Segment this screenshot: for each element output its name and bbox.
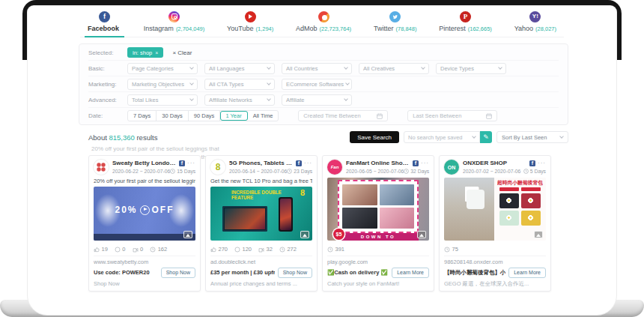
ad-days-active: 23 Days [294,169,312,174]
ad-creative-image[interactable]: 20%OFF [94,187,195,241]
chevron-down-icon [267,97,271,101]
advertiser-name: Sweaty Betty London | Wom... [112,160,177,166]
marketing-filters-row: Marketing: Marketing Objectives All CTA … [88,76,559,92]
filter-chip-in-shop[interactable]: in: shop× [127,47,163,58]
pencil-icon: ✎ [483,133,489,141]
created-time-between-input[interactable]: Created Time Between [298,110,388,121]
like-icon [210,247,216,253]
learn-more-button[interactable]: Learn More [508,268,546,278]
ad-text: Get the new TCL 10 Pro and bag a free TC… [210,178,312,184]
ad-date-range: 2020-06-05 ~ 2020-07-06 [346,169,404,174]
select-all-cta-types[interactable]: All CTA Types [204,79,275,90]
more-options-icon[interactable]: ··· [304,160,312,166]
select-all-creatives[interactable]: All Creatives [359,63,429,74]
chevron-down-icon [344,65,348,70]
tab-instagram[interactable]: Instagram(2,704,049) [136,6,212,37]
ad-results-grid: 20% off your first pair of the sellout l… [88,155,568,292]
more-options-icon[interactable]: ··· [421,160,429,166]
ad-headline: 【時尚小雛菊後背包】小雛菊刺... [444,269,505,277]
ad-creative-image[interactable]: Incredible Double Feature 8 [210,187,312,241]
model-photo [444,178,494,241]
select-ecommerce-softwares[interactable]: ECommerce Softwares [282,79,352,90]
play-icon [140,205,150,215]
save-search-button[interactable]: Save Search [350,131,399,143]
advertiser-avatar: ON [444,160,459,175]
results-count: 815,360 [109,133,134,142]
date-range-segmented: 7 Days 30 Days 90 Days 1 Year All Time [127,110,279,121]
ad-days-active: 15 Days [177,169,195,174]
advertiser-name: ONXDER SHOP [463,160,527,166]
price-badge: $5 [333,229,344,240]
ad-description: GEGO 嚴選，在全球深入合作近... [444,280,546,288]
ad-card-fanmart[interactable]: Fan FanMart Online Shopping - F...f··· 2… [322,155,434,292]
ad-creative-image[interactable]: DOWN TO $5 [327,178,429,241]
chevron-down-icon [344,97,348,101]
select-page-categories[interactable]: Page Categories [127,63,198,74]
shop-now-button[interactable]: Shop Now [161,268,195,278]
selected-filters-row: Selected: in: shop× × Clear [88,45,559,61]
tab-pinterest[interactable]: P Pinterest(162,665) [431,6,499,37]
date-7-days[interactable]: 7 Days [128,111,157,121]
tab-yahoo[interactable]: Y! Yahoo(28,027) [507,6,564,37]
select-all-languages[interactable]: All Languages [204,63,275,74]
ad-domain: 986208148.onxder.com [444,256,546,266]
select-device-types[interactable]: Device Types [436,63,506,74]
chevron-down-icon [267,65,271,70]
ad-text: 20% off your first pair of the sellout l… [94,178,195,184]
more-options-icon[interactable]: ··· [538,160,546,166]
clock-icon [287,169,292,174]
ad-creative-image[interactable]: 超時尚小雛菊後背包 [444,178,546,241]
results-bar: About 815,360 results Save Search No sea… [88,131,568,143]
more-options-icon[interactable]: ··· [187,160,195,166]
clock-icon [523,169,529,174]
chevron-down-icon [189,81,194,85]
learn-more-button[interactable]: Learn More [392,268,429,278]
date-90-days[interactable]: 90 Days [189,111,221,121]
tab-youtube[interactable]: YouTube(1,294) [219,6,281,37]
chip-close-icon[interactable]: × [155,50,158,55]
basic-label: Basic: [88,65,127,72]
date-all-time[interactable]: All Time [248,111,279,121]
clock-icon [150,247,156,253]
pinterest-icon: P [460,11,471,22]
advertiser-avatar: 8 [210,160,225,175]
ad-card-5g-phones[interactable]: 8 5G Phones, Tablets & SIMs | ...f··· 20… [205,155,318,292]
last-seen-between-input[interactable]: Last Seen Between [407,110,497,121]
calendar-icon [377,113,383,119]
media-type-icon [534,231,543,238]
chevron-down-icon [189,97,194,101]
clock-icon [404,169,409,174]
tab-admob[interactable]: AdMob(22,723,764) [288,6,359,37]
edit-saved-search-button[interactable]: ✎ [480,131,492,143]
ad-description: Catch your style on FanMart! [327,280,429,287]
product-variants [499,193,541,226]
select-marketing-objectives[interactable]: Marketing Objectives [127,79,198,90]
tab-twitter[interactable]: Twitter(78,848) [366,6,424,37]
selected-label: Selected: [88,49,127,56]
clock-icon [279,247,285,253]
twitter-icon [389,11,401,22]
chevron-down-icon [559,134,564,139]
ad-card-sweaty-betty[interactable]: Sweaty Betty London | Wom...f··· 2020-06… [88,155,201,292]
app-window: f Facebook Instagram(2,704,049) YouTube(… [28,6,616,315]
date-label: Date: [88,112,127,119]
select-total-likes[interactable]: Total Likes [127,94,198,106]
ad-stats: 391 [327,244,429,256]
ee-logo: 8 [300,188,305,197]
saved-search-select[interactable]: No search type saved [404,131,480,143]
select-all-countries[interactable]: All Countries [282,63,352,74]
tab-facebook[interactable]: f Facebook [80,6,129,37]
ad-card-onxder[interactable]: ON ONXDER SHOPf··· 2020-07-02 ~ 2020-07-… [439,155,551,292]
admob-icon [318,11,329,22]
date-1-year[interactable]: 1 Year [220,111,247,121]
date-30-days[interactable]: 30 Days [157,111,189,121]
date-filters-row: Date: 7 Days 30 Days 90 Days 1 Year All … [88,108,559,124]
clear-filters-button[interactable]: × Clear [172,49,192,56]
sort-select[interactable]: Sort By Last Seen [496,131,568,143]
select-affiliate[interactable]: Affiliate [282,94,352,106]
chevron-down-icon [267,81,271,85]
clock-icon [327,247,333,253]
shop-now-button[interactable]: Shop Now [278,268,312,278]
facebook-icon: f [529,160,535,166]
select-affiliate-networks[interactable]: Affiliate Networks [204,94,275,106]
